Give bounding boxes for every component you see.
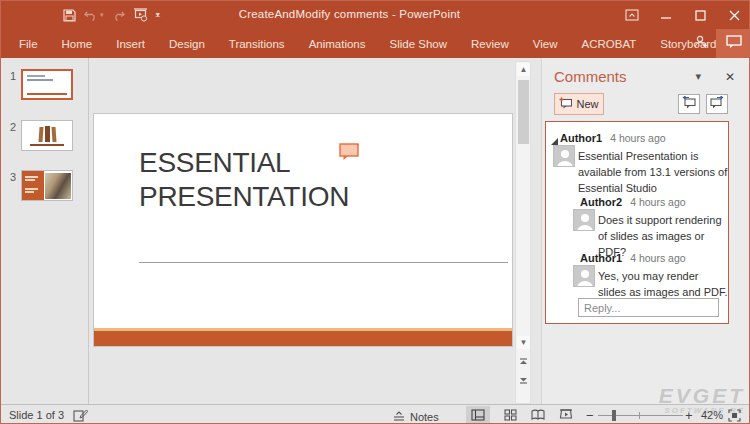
comment-author: Author2 [580,196,622,208]
tab-animations[interactable]: Animations [297,29,378,58]
minus-icon: − [586,408,594,423]
previous-slide-icon [519,358,528,369]
previous-slide-button[interactable] [517,357,530,370]
normal-view-button[interactable] [466,406,490,424]
arrow-up-icon: ▲ [520,65,528,74]
notes-label: Notes [410,411,439,423]
comment-text: Essential Presentation is available from… [578,148,728,196]
start-slideshow-icon [133,8,148,22]
chevron-down-icon: ▾ [695,70,701,82]
redo-icon [112,9,125,21]
tab-acrobat[interactable]: ACROBAT [570,29,649,58]
thumbnail-slide-1[interactable] [21,69,73,100]
zoom-slider-center-tick [639,412,640,419]
comment-item: Author14 hours ago Yes, you may render s… [546,248,730,300]
avatar [573,209,595,231]
comment-bubble-icon [726,35,742,53]
comment-time: 4 hours ago [630,196,685,208]
reading-view-button[interactable] [526,406,550,424]
tab-design[interactable]: Design [157,29,217,58]
scroll-down-button[interactable]: ▼ [517,336,530,349]
arrow-down-icon: ▼ [520,338,528,347]
comment-text: Yes, you may render slides as images and… [598,268,728,300]
fit-slide-to-window-button[interactable] [728,408,741,424]
slide-sorter-view-button[interactable] [498,406,522,424]
notes-icon [393,408,405,424]
next-comment-icon [710,95,724,113]
next-comment-button[interactable] [706,94,728,114]
slide-show-icon [559,407,573,424]
zoom-level: 42% [701,409,723,421]
tab-slide-show[interactable]: Slide Show [378,29,460,58]
tab-insert[interactable]: Insert [104,29,157,58]
slide-accent-strip-dark [94,331,512,346]
comment-time: 4 hours ago [630,252,685,264]
editor-vertical-scrollbar: ▲ ▼ [515,61,531,404]
ribbon-display-options-icon [625,9,639,21]
new-comment-icon [559,97,572,111]
customize-qat-icon: ▾‒ [156,11,160,20]
reading-view-icon [531,407,545,424]
save-button[interactable] [59,4,80,26]
zoom-slider-track[interactable] [598,415,683,416]
undo-button[interactable]: ▾ [80,4,108,26]
minimize-icon [661,10,672,21]
thumbnail-slide-2[interactable] [21,120,73,151]
previous-comment-icon [682,95,696,113]
new-comment-label: New [576,98,598,110]
pane-options-button[interactable]: ▾ [695,70,701,83]
scrollbar-thumb[interactable] [518,80,529,144]
undo-dropdown-icon: ▾ [100,11,104,19]
tab-file[interactable]: File [1,29,50,58]
previous-comment-button[interactable] [678,94,700,114]
undo-icon [84,9,98,21]
share-button[interactable] [693,34,709,54]
zoom-out-button[interactable]: − [586,406,594,424]
new-comment-button[interactable]: New [554,93,604,115]
redo-button[interactable] [108,4,129,26]
slide-divider-line [139,262,508,263]
comments-pane-title: Comments [554,68,627,85]
customize-qat-button[interactable]: ▾‒ [152,4,164,26]
slide-thumbnail-panel: 1 2 3 [1,58,89,404]
ribbon-display-options-button[interactable] [615,1,649,29]
show-comments-button[interactable] [716,29,750,58]
comments-pane: Comments ▾ ✕ New A [541,58,750,404]
reply-input[interactable] [578,298,719,317]
avatar [553,145,575,167]
maximize-button[interactable] [683,1,717,29]
slide-canvas[interactable]: ESSENTIAL PRESENTATION [93,113,513,347]
fit-to-window-icon [728,408,741,424]
zoom-slider-thumb[interactable] [612,410,616,421]
tab-review[interactable]: Review [459,29,521,58]
notes-toggle-button[interactable]: Notes [393,408,439,424]
slide-show-view-button[interactable] [554,406,578,424]
avatar [573,265,595,287]
comment-thread[interactable]: Author14 hours ago Essential Presentatio… [545,121,729,324]
next-slide-button[interactable] [517,374,530,387]
comment-marker-icon [339,147,360,164]
window-title: CreateAndModify comments - PowerPoint [239,8,461,20]
close-icon: ✕ [725,70,735,84]
zoom-in-button[interactable]: + [685,406,693,424]
slide-indicator: Slide 1 of 3 [9,409,64,421]
tab-transitions[interactable]: Transitions [217,29,297,58]
thumbnail-slide-3[interactable] [21,170,73,201]
start-from-beginning-button[interactable] [129,4,152,26]
proofing-status-button[interactable] [73,408,88,424]
pane-close-button[interactable]: ✕ [725,70,735,84]
thumbnail-number: 2 [10,121,16,133]
slide-comment-marker[interactable] [339,143,360,165]
minimize-button[interactable] [649,1,683,29]
thumbnail-number: 1 [10,70,16,82]
slide-sorter-icon [504,407,517,424]
tab-home[interactable]: Home [50,29,105,58]
tab-view[interactable]: View [521,29,570,58]
comment-item: Author14 hours ago Essential Presentatio… [546,128,730,196]
scroll-up-button[interactable]: ▲ [517,63,530,76]
proofing-icon [73,408,88,424]
share-person-icon [693,36,709,53]
slide-title-text[interactable]: ESSENTIAL PRESENTATION [139,146,349,214]
comment-author: Author1 [580,252,622,264]
close-button[interactable] [717,1,750,29]
